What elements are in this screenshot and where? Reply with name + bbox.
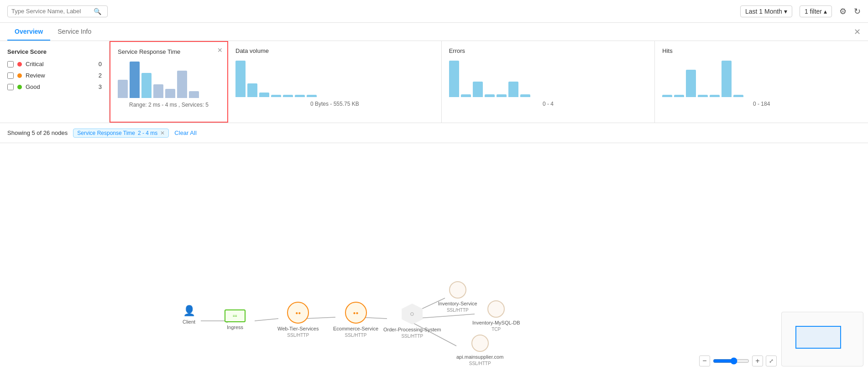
bar-1 — [674, 95, 684, 97]
zoom-controls: − + ⤢ — [699, 356, 777, 366]
bar-2 — [473, 82, 483, 97]
service-score-panel: Service Score Critical 0 Review 2 Good 3 — [0, 41, 110, 123]
search-icon: 🔍 — [94, 8, 101, 15]
chevron-down-icon: ▾ — [784, 8, 787, 15]
inventory-db-circle — [487, 300, 505, 318]
inventory-db-label: Inventory-MySQL-DBTCP — [472, 319, 520, 333]
settings-icon[interactable]: ⚙ — [839, 6, 847, 16]
bar-5 — [508, 82, 518, 97]
inventory-svc-label: Inventory-ServiceSSL/HTTP — [438, 300, 477, 314]
metrics-section: Service Score Critical 0 Review 2 Good 3… — [0, 41, 868, 123]
time-filter-dropdown[interactable]: Last 1 Month ▾ — [740, 5, 792, 17]
good-checkbox[interactable] — [7, 84, 14, 90]
bar-3 — [271, 95, 281, 97]
node-ingress1[interactable]: ≡≡ Ingress — [225, 309, 246, 330]
graph-area: 👤 Client ≡≡ Ingress ●● Web-Tier-Services… — [0, 143, 868, 371]
inventory-svc-circle — [449, 281, 466, 299]
review-checkbox[interactable] — [7, 72, 14, 79]
data-volume-range: 0 Bytes - 555.75 KB — [235, 101, 434, 107]
time-filter-label: Last 1 Month — [745, 8, 782, 15]
good-count: 3 — [99, 83, 102, 90]
filter-button[interactable]: 1 filter ▴ — [800, 5, 832, 17]
chart-response-time-title: Service Response Time — [118, 48, 220, 55]
header: 🔍 Last 1 Month ▾ 1 filter ▴ ⚙ ↻ — [0, 0, 868, 23]
node-inventory-db[interactable]: Inventory-MySQL-DBTCP — [472, 300, 520, 333]
chart-data-volume-title: Data volume — [235, 47, 434, 54]
node-web-tier[interactable]: ●● Web-Tier-ServicesSSL/HTTP — [277, 302, 319, 339]
bar-3 — [485, 94, 495, 97]
critical-count: 0 — [99, 61, 102, 67]
response-time-bars — [118, 59, 220, 100]
chart-close-icon[interactable]: ✕ — [217, 46, 223, 54]
filter-tag[interactable]: Service Response Time 2 - 4 ms ✕ — [73, 129, 169, 138]
search-input[interactable] — [11, 8, 94, 15]
web-tier-circle: ●● — [287, 302, 309, 324]
chart-hits[interactable]: Hits 0 - 184 — [655, 41, 868, 123]
clear-all-button[interactable]: Clear All — [174, 129, 196, 136]
data-volume-bars — [235, 58, 434, 99]
score-critical: Critical 0 — [7, 61, 102, 67]
ecommerce-circle: ●● — [345, 302, 367, 324]
api-supplier-label: api.mainsupplier.comSSL/HTTP — [456, 354, 503, 367]
bar-1 — [461, 94, 471, 97]
ingress1-label: Ingress — [225, 324, 246, 330]
bar-5 — [295, 95, 305, 97]
chart-errors[interactable]: Errors 0 - 4 — [442, 41, 655, 123]
response-time-range: Range: 2 ms - 4 ms , Services: 5 — [118, 102, 220, 108]
critical-dot — [17, 62, 22, 67]
client1-label: Client — [183, 319, 195, 325]
header-right: Last 1 Month ▾ 1 filter ▴ ⚙ ↻ — [740, 5, 861, 17]
order-proc-label: Order-Processing-SystemSSL/HTTP — [383, 326, 441, 340]
bar-0 — [235, 61, 246, 97]
bar-0 — [449, 61, 459, 97]
ingress1-rect: ≡≡ — [225, 309, 246, 322]
bar-2 — [141, 73, 152, 98]
chart-data-volume[interactable]: Data volume 0 Bytes - 555.75 KB — [228, 41, 442, 123]
mini-viewport — [795, 326, 841, 349]
graph-canvas[interactable]: 👤 Client ≡≡ Ingress ●● Web-Tier-Services… — [0, 143, 868, 371]
mini-map[interactable] — [781, 312, 863, 366]
search-box[interactable]: 🔍 — [7, 5, 108, 17]
zoom-expand-button[interactable]: ⤢ — [766, 356, 777, 366]
hits-range: 0 - 184 — [662, 101, 861, 107]
errors-range: 0 - 4 — [449, 101, 648, 107]
node-client1[interactable]: 👤 Client — [183, 305, 195, 325]
service-score-title: Service Score — [7, 48, 102, 55]
bar-4 — [283, 95, 293, 97]
node-order-proc[interactable]: ⬡ Order-Processing-SystemSSL/HTTP — [383, 304, 441, 340]
tab-service-info[interactable]: Service Info — [50, 23, 99, 41]
ecommerce-label: Ecommerce-ServiceSSL/HTTP — [333, 325, 378, 339]
web-tier-label: Web-Tier-ServicesSSL/HTTP — [277, 325, 319, 339]
bar-5 — [177, 71, 187, 98]
critical-label: Critical — [26, 61, 95, 67]
zoom-slider[interactable] — [713, 357, 749, 365]
review-count: 2 — [99, 72, 102, 79]
order-proc-hex: ⬡ — [402, 304, 423, 325]
api-supplier-circle — [471, 335, 489, 352]
bar-2 — [686, 70, 696, 97]
bar-4 — [710, 95, 720, 97]
bar-6 — [307, 95, 317, 97]
node-api-supplier[interactable]: api.mainsupplier.comSSL/HTTP — [456, 335, 503, 367]
node-count-label: Showing 5 of 26 nodes — [7, 129, 68, 136]
good-dot — [17, 85, 22, 89]
node-header: Showing 5 of 26 nodes Service Response T… — [0, 123, 868, 143]
mini-map-inner — [782, 312, 863, 366]
zoom-plus-button[interactable]: + — [752, 356, 763, 366]
review-label: Review — [26, 72, 95, 79]
node-ecommerce[interactable]: ●● Ecommerce-ServiceSSL/HTTP — [333, 302, 378, 339]
critical-checkbox[interactable] — [7, 61, 14, 67]
filter-tag-name: Service Response Time — [77, 130, 135, 136]
chart-response-time[interactable]: Service Response Time ✕ Range: 2 ms - 4 … — [110, 41, 228, 123]
bar-6 — [189, 91, 199, 98]
bar-3 — [153, 84, 163, 98]
filter-tag-value: 2 - 4 ms — [138, 130, 157, 136]
refresh-icon[interactable]: ↻ — [854, 6, 861, 16]
close-tab-icon[interactable]: ✕ — [854, 27, 861, 37]
tab-overview[interactable]: Overview — [7, 23, 50, 41]
node-inventory-svc[interactable]: Inventory-ServiceSSL/HTTP — [438, 281, 477, 314]
filter-tag-close-icon[interactable]: ✕ — [160, 130, 165, 136]
zoom-minus-button[interactable]: − — [699, 356, 710, 366]
tabs-bar: Overview Service Info ✕ — [0, 23, 868, 41]
bar-1 — [130, 62, 140, 98]
